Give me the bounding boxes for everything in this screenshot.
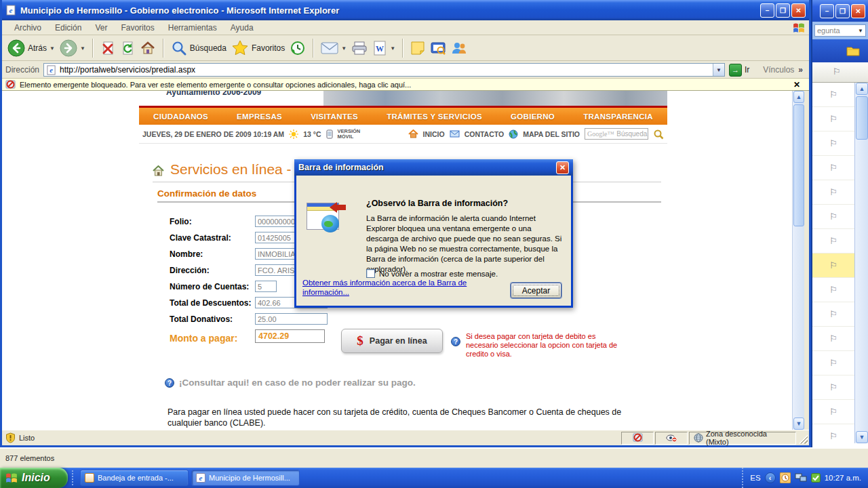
research-button[interactable] [430,41,446,56]
consult-link[interactable]: ¡Consultar aqui! en caso de no poder rea… [179,378,416,388]
links-chevron-icon[interactable]: » [798,65,803,75]
minimize-button[interactable]: – [760,3,774,18]
messenger-button[interactable] [451,41,467,56]
forward-dropdown-icon[interactable]: ▼ [80,45,85,52]
bg-close-button[interactable]: ✕ [851,4,865,18]
flag-icon: ⚐ [829,407,837,417]
security-check-icon[interactable] [811,473,821,483]
ie-titlebar[interactable]: e Municipio de Hermosillo - Gobierno ele… [2,0,809,20]
start-button[interactable]: Inicio [0,468,68,488]
ask-question-box[interactable]: egunta ▼ [814,24,866,37]
menu-herramientas[interactable]: Herramientas [161,23,224,33]
amount-input[interactable] [255,329,325,343]
contacto-link[interactable]: CONTACTO [465,130,505,138]
more-info-link[interactable]: Obtener más información acerca de la Bar… [302,278,506,297]
mapa-del-sitio-link[interactable]: MAPA DEL SITIO [523,130,580,138]
stop-button[interactable] [100,41,115,56]
dialog-titlebar[interactable]: Barra de información ✕ [294,159,573,176]
background-scrollbar[interactable]: ▲ ▼ [854,83,868,443]
network-icon[interactable] [795,473,807,483]
nav-item-tramites-y-servicios[interactable]: TRÁMITES Y SERVICIOS [387,113,482,121]
links-label[interactable]: Vínculos [763,65,794,75]
menu-edicion[interactable]: Edición [48,23,88,33]
total-donativos-input[interactable] [255,313,328,325]
go-button[interactable]: → Ir [729,64,749,77]
scrollbar-thumb[interactable] [793,104,804,226]
nav-item-ciudadanos[interactable]: CIUDADANOS [153,113,208,121]
infobar-close-icon[interactable]: ✕ [793,80,800,89]
message-list-header[interactable]: ⚐ [812,62,868,83]
maximize-button[interactable]: ❐ [776,3,790,18]
menu-archivo[interactable]: Archivo [7,23,48,33]
numero-de-cuentas-input[interactable] [255,281,277,292]
pay-online-button[interactable]: $ Pagar en línea [341,329,443,353]
nav-item-visitantes[interactable]: VISITANTES [311,113,358,121]
popup-blocked-status[interactable] [621,432,654,445]
message-flag-row[interactable]: ⚐ [812,83,854,107]
refresh-button[interactable] [120,41,135,56]
nav-item-empresas[interactable]: EMPRESAS [237,113,282,121]
magnifier-gold-icon[interactable] [653,129,664,140]
edit-dropdown-icon[interactable]: ▼ [390,45,395,52]
history-button[interactable] [290,40,306,56]
print-button[interactable] [351,41,368,56]
mobile-version-link[interactable]: VERSIÓN MÓVIL [338,129,361,140]
message-flag-row[interactable]: ⚐ [812,253,854,278]
message-flag-row[interactable]: ⚐ [812,131,854,156]
home-button[interactable] [140,40,156,56]
back-dropdown-icon[interactable]: ▼ [50,45,55,52]
message-flag-row[interactable]: ⚐ [812,327,854,351]
popup-blocked-infobar[interactable]: Elemento emergente bloqueado. Para ver e… [2,79,809,91]
menu-ayuda[interactable]: Ayuda [224,23,260,33]
hide-icons-chevron[interactable]: ‹ [765,472,776,483]
message-flag-row[interactable]: ⚐ [812,400,854,424]
resize-grip[interactable] [799,435,808,444]
message-flag-row[interactable]: ⚐ [812,424,854,443]
reminder-clock-icon[interactable] [780,472,791,483]
message-flag-row[interactable]: ⚐ [812,229,854,253]
forward-button[interactable]: ▼ [60,39,85,57]
scrollbar-thumb[interactable] [856,96,868,140]
favorites-button[interactable]: Favoritos [231,39,285,57]
accept-button[interactable]: Aceptar [511,283,561,298]
scroll-up-icon[interactable]: ▲ [793,91,804,103]
privacy-report-status[interactable] [655,432,688,445]
scroll-down-icon[interactable]: ▼ [793,418,804,430]
ie-scrollbar[interactable]: ▲ ▼ [792,91,804,430]
bg-minimize-button[interactable]: – [820,4,834,18]
nav-item-transparencia[interactable]: TRANSPARENCIA [583,113,653,121]
message-flag-row[interactable]: ⚐ [812,302,854,327]
bg-restore-button[interactable]: ❐ [835,4,850,18]
mail-button[interactable]: ▼ [321,41,347,55]
nav-item-gobierno[interactable]: GOBIERNO [511,113,555,121]
address-dropdown-icon[interactable]: ▼ [713,64,724,76]
dialog-close-button[interactable]: ✕ [556,161,569,174]
notes-button[interactable] [410,41,425,56]
message-flag-row[interactable]: ⚐ [812,156,854,180]
message-flag-row[interactable]: ⚐ [812,375,854,400]
ie-statusbar: Listo Zona desconocida (Mixto) [2,430,809,445]
google-search-input[interactable]: Google™ Búsqueda [585,128,648,140]
inicio-link[interactable]: INICIO [423,130,445,138]
close-button[interactable]: ✕ [791,3,806,18]
edit-button[interactable]: W ▼ [372,41,395,56]
scroll-up-icon[interactable]: ▲ [856,83,868,95]
message-flag-row[interactable]: ⚐ [812,205,854,229]
search-button[interactable]: Búsqueda [171,40,226,56]
address-input[interactable]: e http://portalweb/servicios/predial.asp… [43,63,725,77]
menu-ver[interactable]: Ver [88,23,114,33]
message-flag-row[interactable]: ⚐ [812,107,854,131]
dont-show-again-checkbox[interactable] [366,269,375,278]
scroll-down-icon[interactable]: ▼ [856,431,868,443]
chevron-down-icon[interactable]: ▼ [858,28,863,34]
message-flag-row[interactable]: ⚐ [812,278,854,302]
mail-dropdown-icon[interactable]: ▼ [341,45,347,52]
message-flag-row[interactable]: ⚐ [812,180,854,205]
language-indicator[interactable]: ES [750,474,760,482]
message-flag-row[interactable]: ⚐ [812,351,854,375]
taskbar-task-municipio-de-hermosill[interactable]: Municipio de Hermosill... [191,470,300,486]
menu-favoritos[interactable]: Favoritos [114,23,161,33]
clock-time[interactable]: 10:27 a.m. [825,474,861,482]
taskbar-task-bandeja-de-entrada[interactable]: Bandeja de entrada -... [80,470,189,486]
back-button[interactable]: Atrás ▼ [7,39,55,57]
